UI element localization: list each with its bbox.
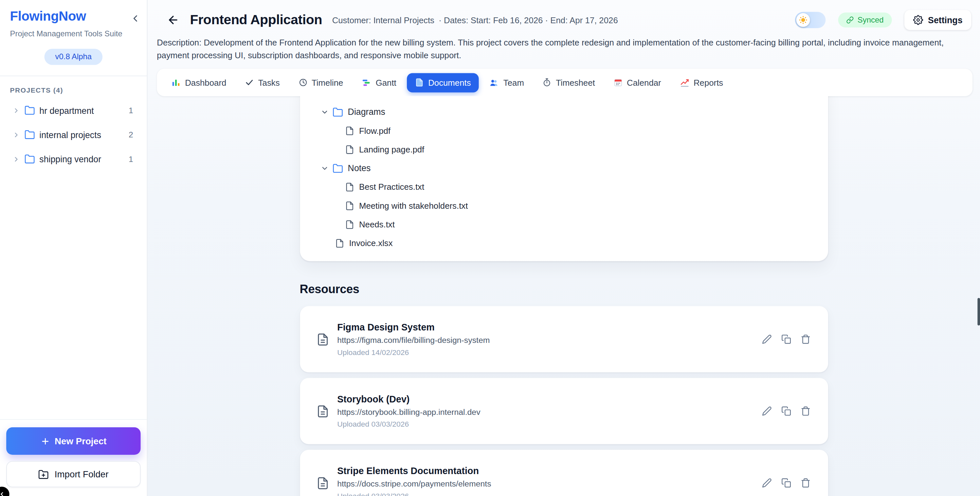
theme-toggle[interactable] — [795, 12, 826, 28]
tab-reports[interactable]: Reports — [672, 73, 731, 92]
tree-folder-diagrams[interactable]: Diagrams — [300, 102, 828, 121]
tab-timeline[interactable]: Timeline — [290, 73, 351, 92]
project-count-badge: 1 — [129, 154, 138, 164]
projects-list: hr department 1 internal projects 2 — [0, 98, 147, 419]
project-name: hr department — [39, 105, 94, 116]
toggle-knob — [796, 13, 810, 27]
tree-folder-notes[interactable]: Notes — [300, 159, 828, 177]
resource-url: https://figma.com/file/billing-design-sy… — [337, 335, 490, 345]
file-icon — [345, 145, 354, 154]
copy-icon[interactable] — [780, 333, 792, 345]
version-badge: v0.8 Alpha — [45, 49, 102, 65]
settings-button[interactable]: Settings — [904, 10, 972, 30]
resource-uploaded-date: Uploaded 14/02/2026 — [337, 348, 490, 357]
resource-uploaded-date: Uploaded 03/03/2026 — [337, 420, 480, 429]
folder-icon — [332, 107, 343, 117]
folder-icon — [24, 154, 35, 164]
gantt-bars-icon — [362, 78, 372, 87]
import-folder-label: Import Folder — [55, 469, 109, 479]
sync-status-badge: Synced — [838, 13, 892, 27]
tab-label: Dashboard — [185, 78, 226, 87]
file-icon — [345, 126, 354, 135]
tab-timesheet[interactable]: Timesheet — [535, 73, 603, 92]
chevron-down-icon — [320, 108, 329, 116]
tab-label: Timeline — [312, 78, 343, 87]
projects-section-header: PROJECTS (4) — [0, 76, 147, 98]
people-icon — [490, 78, 499, 87]
resource-title: Storybook (Dev) — [337, 394, 480, 404]
sidebar-collapse-button[interactable] — [127, 10, 143, 27]
tab-dashboard[interactable]: Dashboard — [163, 73, 234, 92]
tab-tasks[interactable]: Tasks — [237, 73, 288, 92]
chevron-left-icon — [0, 491, 5, 496]
tab-bar: Dashboard Tasks Timeline Gantt — [157, 69, 972, 96]
resource-title: Figma Design System — [337, 322, 490, 332]
tab-team[interactable]: Team — [482, 73, 532, 92]
app-window: FlowingNow Project Management Tools Suit… — [0, 0, 980, 496]
tab-calendar[interactable]: Calendar — [606, 73, 669, 92]
calendar-icon — [614, 78, 622, 87]
tree-folder-label: Diagrams — [348, 107, 385, 117]
header-actions: Synced Settings — [795, 10, 971, 30]
project-description: Description: Development of the Frontend… — [148, 30, 980, 61]
resource-url: https://docs.stripe.com/payments/element… — [337, 479, 491, 489]
plus-icon — [40, 436, 50, 446]
sync-status-label: Synced — [858, 16, 884, 25]
tree-file-best-practices-txt[interactable]: Best Practices.txt — [300, 177, 828, 196]
tab-label: Calendar — [627, 78, 661, 87]
settings-label: Settings — [928, 15, 963, 25]
version-badge-row: v0.8 Alpha — [0, 38, 147, 76]
file-icon — [345, 201, 354, 210]
tree-file-invoice-xlsx[interactable]: Invoice.xlsx — [300, 234, 828, 252]
edit-icon[interactable] — [760, 477, 773, 489]
resource-uploaded-date: Uploaded 03/03/2026 — [337, 492, 491, 496]
sidebar: FlowingNow Project Management Tools Suit… — [0, 0, 148, 496]
tree-file-meeting-with-stakeholders-txt[interactable]: Meeting with stakeholders.txt — [300, 196, 828, 215]
edit-icon[interactable] — [760, 333, 773, 345]
delete-icon[interactable] — [799, 477, 811, 489]
scrollbar-thumb[interactable] — [977, 298, 980, 326]
app-subtitle: Project Management Tools Suite — [10, 29, 137, 38]
folder-icon — [24, 129, 35, 140]
new-project-button[interactable]: New Project — [6, 427, 141, 455]
tree-file-label: Flow.pdf — [359, 126, 390, 135]
copy-icon[interactable] — [780, 405, 792, 417]
sidebar-footer: New Project Import Folder — [0, 419, 147, 496]
copy-icon[interactable] — [780, 477, 792, 489]
chevron-right-icon — [13, 107, 20, 114]
folder-icon — [24, 105, 35, 116]
tab-documents[interactable]: Documents — [407, 73, 479, 92]
file-icon — [345, 219, 354, 229]
back-button[interactable] — [164, 11, 182, 29]
file-icon — [345, 182, 354, 192]
sidebar-item-hr-department[interactable]: hr department 1 — [3, 98, 144, 122]
resource-actions — [760, 477, 812, 489]
tab-gantt[interactable]: Gantt — [354, 73, 404, 92]
tab-label: Gantt — [376, 78, 396, 87]
new-project-label: New Project — [55, 436, 107, 446]
import-folder-button[interactable]: Import Folder — [6, 461, 141, 487]
tree-file-landing-page-pdf[interactable]: Landing page.pdf — [300, 140, 828, 159]
file-tree-card: Diagrams Flow.pdf Landing page.pdf — [300, 96, 828, 261]
clock-icon — [299, 78, 307, 87]
project-count-badge: 2 — [129, 130, 138, 139]
resource-actions — [760, 405, 812, 417]
tree-file-label: Best Practices.txt — [359, 182, 424, 192]
tree-file-needs-txt[interactable]: Needs.txt — [300, 215, 828, 234]
bar-chart-icon — [171, 78, 181, 87]
delete-icon[interactable] — [799, 405, 811, 417]
tree-file-flow-pdf[interactable]: Flow.pdf — [300, 121, 828, 140]
file-icon — [316, 404, 329, 418]
app-logo: FlowingNow — [10, 9, 137, 24]
sidebar-item-shipping-vendor[interactable]: shipping vendor 1 — [3, 147, 144, 171]
resource-actions — [760, 333, 812, 345]
sidebar-item-internal-projects[interactable]: internal projects 2 — [3, 122, 144, 146]
page-title: Frontend Application — [190, 12, 322, 28]
chevron-right-icon — [13, 155, 20, 162]
sidebar-header: FlowingNow Project Management Tools Suit… — [0, 0, 147, 38]
edit-icon[interactable] — [760, 405, 773, 417]
project-name: shipping vendor — [39, 154, 101, 164]
delete-icon[interactable] — [799, 333, 811, 345]
resource-title: Stripe Elements Documentation — [337, 466, 491, 476]
stopwatch-icon — [543, 78, 552, 87]
